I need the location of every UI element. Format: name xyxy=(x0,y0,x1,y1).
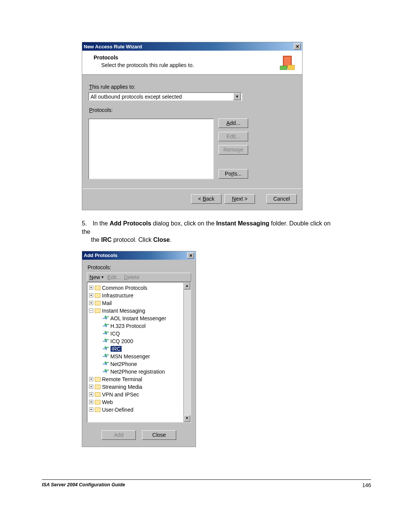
expand-icon[interactable]: + xyxy=(89,385,93,389)
tree-folder-vpn[interactable]: +VPN and IPSec xyxy=(89,391,183,398)
folder-icon xyxy=(95,392,100,397)
tree-folder-mail[interactable]: +Mail xyxy=(89,299,183,307)
tree-item-aol[interactable]: AOL Instant Messenger xyxy=(89,315,183,322)
applies-dropdown[interactable]: All outbound protocols except selected ▼ xyxy=(88,92,242,101)
expand-icon[interactable]: + xyxy=(89,301,93,305)
folder-icon xyxy=(95,377,100,382)
chevron-down-icon[interactable]: ▼ xyxy=(233,93,241,100)
tree-item-net2phone-reg[interactable]: Net2Phone registration xyxy=(89,368,183,375)
edit-menu: Edit... xyxy=(107,274,121,280)
cancel-button[interactable]: Cancel xyxy=(266,194,297,204)
delete-menu: Delete xyxy=(124,274,139,280)
close-button[interactable]: Close xyxy=(142,430,176,440)
back-button[interactable]: < Back xyxy=(191,194,221,204)
protocol-icon xyxy=(103,323,109,329)
folder-icon xyxy=(95,385,100,389)
protocols-listbox[interactable] xyxy=(88,118,214,179)
folder-icon xyxy=(95,407,100,412)
edit-button: Edit... xyxy=(218,132,248,141)
folder-icon xyxy=(95,301,100,305)
scroll-down-icon[interactable]: ▼ xyxy=(184,415,190,422)
tree-item-irc[interactable]: IRC xyxy=(89,345,183,353)
tree-item-icq2000[interactable]: ICQ 2000 xyxy=(89,337,183,345)
page-number: 146 xyxy=(362,482,371,488)
tree-folder-instant-messaging[interactable]: −Instant Messaging xyxy=(89,307,183,315)
add-protocols-title: Add Protocols xyxy=(84,252,118,258)
protocol-icon xyxy=(103,316,109,321)
tree-folder-common[interactable]: +Common Protocols xyxy=(89,284,183,292)
tree-item-msn[interactable]: MSN Messenger xyxy=(89,353,183,360)
remove-button: Remove xyxy=(218,145,248,155)
wizard-titlebar[interactable]: New Access Rule Wizard ✕ xyxy=(82,42,302,51)
folder-icon xyxy=(95,400,100,404)
collapse-icon[interactable]: − xyxy=(89,308,93,313)
protocols-tree[interactable]: +Common Protocols +Infrastructure +Mail … xyxy=(87,282,191,423)
tree-folder-infrastructure[interactable]: +Infrastructure xyxy=(89,292,183,299)
tree-folder-web[interactable]: +Web xyxy=(89,398,183,406)
wizard-header: Protocols Select the protocols this rule… xyxy=(82,51,302,75)
tree-folder-remote[interactable]: +Remote Terminal xyxy=(89,375,183,383)
protocol-icon xyxy=(103,369,109,374)
folder-icon xyxy=(95,286,100,290)
protocols-label: Protocols: xyxy=(89,107,296,113)
wizard-dialog: New Access Rule Wizard ✕ Protocols Selec… xyxy=(82,42,303,210)
tree-folder-user-defined[interactable]: +User-Defined xyxy=(89,406,183,414)
close-icon[interactable]: ✕ xyxy=(187,252,194,259)
protocol-icon xyxy=(103,346,109,351)
footer-title: ISA Server 2004 Configuration Guide xyxy=(42,482,125,488)
scrollbar[interactable]: ▲ ▼ xyxy=(183,283,190,422)
svg-rect-3 xyxy=(280,66,287,70)
expand-icon[interactable]: + xyxy=(89,392,93,396)
tree-item-h323[interactable]: H.323 Protocol xyxy=(89,322,183,330)
ports-button[interactable]: Ports... xyxy=(218,169,248,179)
add-protocols-titlebar[interactable]: Add Protocols ✕ xyxy=(82,251,196,260)
wizard-title: New Access Rule Wizard xyxy=(84,44,142,50)
applies-label: This rule applies to: xyxy=(89,84,296,90)
wizard-header-sub: Select the protocols this rule applies t… xyxy=(94,61,279,68)
protocol-icon xyxy=(103,354,109,359)
expand-icon[interactable]: + xyxy=(89,407,93,412)
applies-value: All outbound protocols except selected xyxy=(91,94,233,100)
protocols-label: Protocols: xyxy=(88,264,191,270)
tree-item-icq[interactable]: ICQ xyxy=(89,330,183,337)
folder-icon xyxy=(95,308,100,313)
tree-folder-streaming[interactable]: +Streaming Media xyxy=(89,383,183,391)
expand-icon[interactable]: + xyxy=(89,377,93,381)
protocols-toolbar: New ▼ Edit... Delete xyxy=(87,273,191,282)
folder-icon xyxy=(95,293,100,298)
add-button[interactable]: Add... xyxy=(218,118,248,128)
server-icon xyxy=(279,54,295,70)
protocol-icon xyxy=(103,339,109,344)
close-icon[interactable]: ✕ xyxy=(294,43,301,50)
expand-icon[interactable]: + xyxy=(89,293,93,297)
new-menu[interactable]: New xyxy=(89,274,100,280)
expand-icon[interactable]: + xyxy=(89,286,93,290)
add-button: Add xyxy=(102,430,136,440)
protocol-icon xyxy=(103,361,109,367)
step-text: 5. In the Add Protocols dialog box, clic… xyxy=(82,219,333,244)
protocol-icon xyxy=(103,331,109,336)
svg-rect-2 xyxy=(288,65,295,70)
scroll-up-icon[interactable]: ▲ xyxy=(184,283,190,289)
add-protocols-dialog: Add Protocols ✕ Protocols: New ▼ Edit...… xyxy=(82,251,196,447)
chevron-down-icon[interactable]: ▼ xyxy=(101,275,104,279)
next-button[interactable]: Next > xyxy=(225,194,255,204)
expand-icon[interactable]: + xyxy=(89,400,93,404)
wizard-header-title: Protocols xyxy=(94,54,279,61)
page-footer: ISA Server 2004 Configuration Guide 146 xyxy=(42,479,371,488)
tree-item-net2phone[interactable]: Net2Phone xyxy=(89,360,183,368)
